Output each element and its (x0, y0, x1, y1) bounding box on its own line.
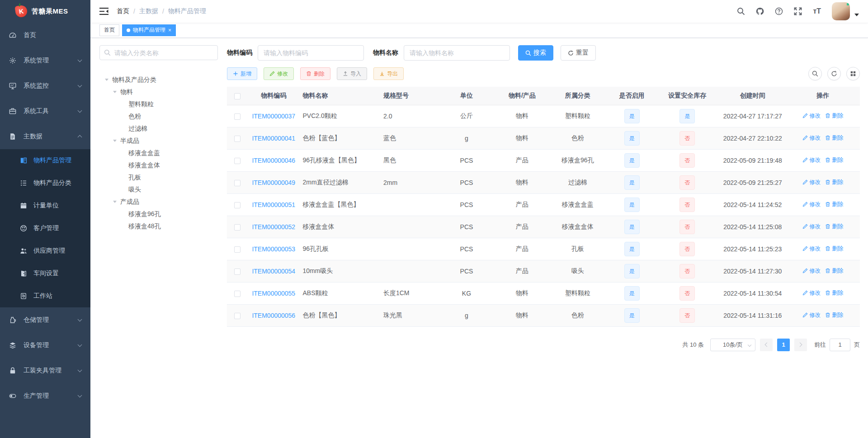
row-delete-link[interactable]: 删除 (825, 311, 843, 319)
row-edit-link[interactable]: 修改 (802, 311, 821, 319)
tree-node-物料[interactable]: 物料 (99, 86, 218, 98)
row-checkbox[interactable] (234, 202, 241, 208)
tree-node-半成品[interactable]: 半成品 (99, 135, 218, 147)
row-edit-link[interactable]: 修改 (802, 223, 821, 231)
caret-down-icon[interactable] (111, 89, 118, 95)
sidebar-item-物料产品分类[interactable]: 物料产品分类 (0, 172, 90, 194)
tree-node-过滤棉[interactable]: 过滤棉 (99, 122, 218, 135)
sidebar-item-主数据[interactable]: 主数据 (0, 124, 90, 149)
sidebar-item-仓储管理[interactable]: 仓储管理 (0, 307, 90, 333)
material-code-input[interactable] (258, 45, 364, 61)
user-menu[interactable] (832, 2, 859, 20)
sidebar-item-客户管理[interactable]: 客户管理 (0, 217, 90, 240)
sidebar-item-工作站[interactable]: 工作站 (0, 285, 90, 307)
tree-node-吸头[interactable]: 吸头 (99, 184, 218, 196)
row-checkbox[interactable] (234, 158, 241, 164)
row-checkbox[interactable] (234, 224, 241, 231)
sidebar-item-系统监控[interactable]: 系统监控 (0, 73, 90, 99)
export-button[interactable]: 导出 (373, 67, 404, 80)
delete-button[interactable]: 删除 (300, 67, 330, 80)
tab-close-icon[interactable]: × (168, 28, 171, 33)
row-delete-link[interactable]: 删除 (825, 156, 843, 164)
item-code-link[interactable]: ITEM00000053 (252, 245, 295, 253)
tree-node-移液盒盒体[interactable]: 移液盒盒体 (99, 159, 218, 171)
help-icon[interactable] (775, 7, 783, 15)
page-number-1[interactable]: 1 (777, 339, 790, 351)
tab-material-management[interactable]: 物料产品管理 × (122, 24, 176, 36)
sidebar-item-车间设置[interactable]: 车间设置 (0, 262, 90, 285)
row-delete-link[interactable]: 删除 (825, 245, 843, 253)
row-delete-link[interactable]: 删除 (825, 112, 843, 120)
sidebar-item-系统管理[interactable]: 系统管理 (0, 48, 90, 73)
caret-down-icon[interactable] (111, 138, 118, 144)
row-delete-link[interactable]: 删除 (825, 134, 843, 142)
caret-down-icon[interactable] (111, 199, 118, 205)
page-size-select[interactable]: 10条/页 (710, 339, 755, 351)
tree-node-物料及产品分类[interactable]: 物料及产品分类 (99, 74, 218, 86)
fullscreen-icon[interactable] (794, 7, 802, 15)
tree-node-移液盒96孔[interactable]: 移液盒96孔 (99, 208, 218, 220)
sidebar-item-生产管理[interactable]: 生产管理 (0, 383, 90, 409)
row-delete-link[interactable]: 删除 (825, 223, 843, 231)
sidebar-item-设备管理[interactable]: 设备管理 (0, 333, 90, 358)
sidebar-item-系统工具[interactable]: 系统工具 (0, 99, 90, 124)
row-edit-link[interactable]: 修改 (802, 134, 821, 142)
tree-node-移液盒48孔[interactable]: 移液盒48孔 (99, 220, 218, 232)
tree-search-input[interactable] (99, 45, 218, 60)
item-code-link[interactable]: ITEM00000055 (252, 290, 295, 297)
prev-page-button[interactable] (760, 339, 773, 351)
sidebar-collapse-icon[interactable] (99, 8, 108, 15)
row-checkbox[interactable] (234, 268, 241, 275)
refresh-table-button[interactable] (827, 67, 841, 80)
item-code-link[interactable]: ITEM00000056 (252, 312, 295, 319)
search-icon[interactable] (737, 7, 745, 15)
material-name-input[interactable] (404, 45, 510, 61)
column-setting-button[interactable] (846, 67, 860, 80)
row-checkbox[interactable] (234, 136, 241, 142)
tree-node-色粉[interactable]: 色粉 (99, 110, 218, 122)
tree-node-塑料颗粒[interactable]: 塑料颗粒 (99, 98, 218, 110)
row-edit-link[interactable]: 修改 (802, 289, 821, 297)
breadcrumb-parent[interactable]: 主数据 (139, 7, 158, 15)
goto-page-input[interactable] (830, 339, 850, 351)
row-delete-link[interactable]: 删除 (825, 267, 843, 275)
tab-home[interactable]: 首页 (99, 24, 119, 36)
row-edit-link[interactable]: 修改 (802, 112, 821, 120)
item-code-link[interactable]: ITEM00000046 (252, 157, 295, 164)
toggle-search-button[interactable] (808, 67, 822, 80)
edit-button[interactable]: 修改 (264, 67, 294, 80)
tree-node-产成品[interactable]: 产成品 (99, 196, 218, 208)
item-code-link[interactable]: ITEM00000037 (252, 113, 295, 120)
caret-down-icon[interactable] (103, 77, 110, 83)
github-icon[interactable] (756, 7, 764, 15)
item-code-link[interactable]: ITEM00000052 (252, 223, 295, 231)
row-checkbox[interactable] (234, 313, 241, 319)
add-button[interactable]: 新增 (227, 67, 257, 80)
row-delete-link[interactable]: 删除 (825, 201, 843, 208)
sidebar-item-供应商管理[interactable]: 供应商管理 (0, 240, 90, 262)
import-button[interactable]: 导入 (337, 67, 367, 80)
row-edit-link[interactable]: 修改 (802, 156, 821, 164)
item-code-link[interactable]: ITEM00000049 (252, 179, 295, 186)
row-checkbox[interactable] (234, 180, 241, 186)
row-checkbox[interactable] (234, 246, 241, 253)
row-edit-link[interactable]: 修改 (802, 179, 821, 186)
sidebar-item-首页[interactable]: 首页 (0, 23, 90, 48)
row-edit-link[interactable]: 修改 (802, 201, 821, 208)
row-checkbox[interactable] (234, 113, 241, 120)
sidebar-item-物料产品管理[interactable]: 物料产品管理 (0, 149, 90, 172)
breadcrumb-home[interactable]: 首页 (117, 7, 129, 15)
search-button[interactable]: 搜索 (518, 45, 553, 61)
user-avatar[interactable] (832, 2, 850, 20)
tree-node-移液盒盒盖[interactable]: 移液盒盒盖 (99, 147, 218, 159)
item-code-link[interactable]: ITEM00000054 (252, 268, 295, 275)
font-size-icon[interactable]: тT (813, 8, 821, 15)
item-code-link[interactable]: ITEM00000041 (252, 135, 295, 142)
sidebar-item-计量单位[interactable]: 计量单位 (0, 194, 90, 217)
row-delete-link[interactable]: 删除 (825, 289, 843, 297)
tree-node-孔板[interactable]: 孔板 (99, 171, 218, 184)
reset-button[interactable]: 重置 (561, 45, 596, 61)
next-page-button[interactable] (794, 339, 807, 351)
select-all-checkbox[interactable] (234, 93, 241, 99)
sidebar-item-工装夹具管理[interactable]: 工装夹具管理 (0, 358, 90, 383)
